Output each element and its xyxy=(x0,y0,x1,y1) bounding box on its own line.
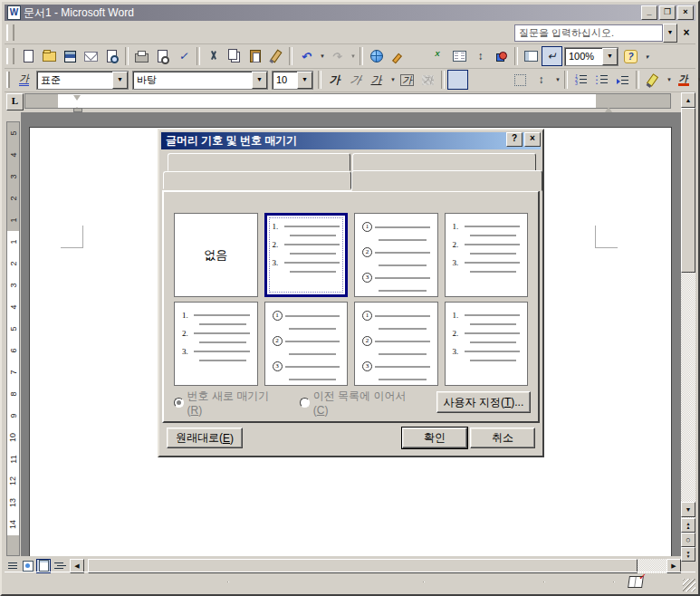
menu-item[interactable] xyxy=(18,30,31,35)
align-left-button[interactable] xyxy=(447,70,468,90)
restore-button[interactable]: ❐ xyxy=(659,5,676,20)
new-document-button[interactable] xyxy=(18,46,39,66)
line-spacing-button[interactable] xyxy=(531,70,551,90)
numbering-button[interactable] xyxy=(571,70,591,90)
tables-and-borders-button[interactable] xyxy=(387,46,408,66)
print-preview-button[interactable] xyxy=(152,46,173,66)
chevron-down-icon[interactable]: ▼ xyxy=(602,48,618,65)
bold-button[interactable]: 가 xyxy=(324,70,345,90)
toolbar-grip[interactable] xyxy=(6,72,10,88)
menu-item[interactable] xyxy=(107,30,120,35)
italic-button[interactable]: 가 xyxy=(345,70,366,90)
dialog-tab[interactable] xyxy=(351,170,542,191)
numbering-style-preview[interactable]: 1. 2. 3. xyxy=(264,213,349,297)
status-item[interactable] xyxy=(28,582,114,582)
dialog-help-button[interactable]: ? xyxy=(506,132,523,147)
tab-alignment-selector[interactable]: L xyxy=(6,93,24,111)
vertical-scrollbar[interactable]: ▲ ▼ ▲ ▲ ○ ▼ ▼ xyxy=(681,92,695,562)
print-button[interactable] xyxy=(131,46,152,66)
numbering-style-preview[interactable]: 1 2 3 xyxy=(354,302,438,386)
menu-item[interactable] xyxy=(43,30,56,35)
vertical-ruler[interactable]: 54321 1234567891011121314 xyxy=(5,112,22,556)
paste-button[interactable] xyxy=(245,46,265,66)
status-item[interactable] xyxy=(328,582,378,582)
toolbar-options-button[interactable]: ▾ xyxy=(641,46,653,66)
ask-close-icon[interactable]: × xyxy=(679,24,694,41)
font-combo[interactable]: 바탕▼ xyxy=(132,71,268,90)
select-browse-object-button[interactable]: ○ xyxy=(681,533,695,547)
save-button[interactable] xyxy=(60,46,81,66)
status-item[interactable] xyxy=(424,582,454,582)
redo-button[interactable] xyxy=(326,46,347,66)
character-border-button[interactable]: 가 xyxy=(397,70,417,90)
status-item[interactable] xyxy=(228,582,328,582)
menu-item[interactable] xyxy=(120,30,132,35)
reset-button[interactable]: 원래대로(E) xyxy=(167,428,243,448)
dialog-close-button[interactable]: × xyxy=(524,132,541,147)
ask-question-dropdown[interactable]: ▼ xyxy=(663,24,677,43)
cancel-button[interactable]: 취소 xyxy=(470,428,535,448)
customize-button[interactable]: 사용자 지정(T)... xyxy=(436,391,531,413)
chevron-down-icon[interactable]: ▼ xyxy=(252,72,267,89)
right-indent-marker[interactable] xyxy=(605,103,612,112)
minimize-button[interactable]: _ xyxy=(641,5,657,20)
copy-button[interactable] xyxy=(224,46,245,66)
character-shading-button[interactable]: 가 xyxy=(417,70,438,90)
align-center-button[interactable] xyxy=(468,70,489,90)
search-button[interactable] xyxy=(101,46,122,66)
toolbar-grip[interactable] xyxy=(6,24,14,41)
status-item[interactable] xyxy=(454,582,484,582)
size-combo[interactable]: 10▼ xyxy=(272,71,313,90)
dialog-tab[interactable] xyxy=(168,153,350,171)
toolbar-grip[interactable] xyxy=(6,48,14,64)
numbering-style-preview[interactable]: 1 2 3 xyxy=(264,302,349,386)
open-button[interactable] xyxy=(39,46,60,66)
numbering-style-preview[interactable]: 1 2 3 xyxy=(354,213,438,297)
font-color-button[interactable]: 가 xyxy=(673,70,694,90)
scroll-up-button[interactable]: ▲ xyxy=(681,92,695,108)
status-item[interactable] xyxy=(513,582,544,582)
insert-hyperlink-button[interactable] xyxy=(366,46,387,66)
styles-button[interactable]: 가 xyxy=(14,70,34,90)
chevron-down-icon[interactable]: ▼ xyxy=(112,72,128,89)
status-item[interactable] xyxy=(177,582,228,582)
undo-button[interactable] xyxy=(295,46,316,66)
ask-question-input[interactable]: 질문을 입력하십시오. xyxy=(514,24,663,42)
resize-grip[interactable] xyxy=(683,579,695,591)
drawing-button[interactable] xyxy=(491,46,512,66)
numbering-style-preview[interactable]: 없음 xyxy=(174,213,258,297)
status-item[interactable] xyxy=(378,582,424,582)
columns-button[interactable] xyxy=(449,46,470,66)
bullets-button[interactable] xyxy=(591,70,612,90)
status-item[interactable] xyxy=(484,582,513,582)
numbering-style-preview[interactable]: 1. 2. 3. xyxy=(445,213,529,297)
dialog-tab[interactable] xyxy=(352,153,536,171)
scroll-down-button[interactable]: ▼ xyxy=(681,502,695,517)
mail-button[interactable] xyxy=(81,46,101,66)
vertical-scroll-thumb[interactable] xyxy=(681,108,695,273)
insert-excel-worksheet-button[interactable] xyxy=(428,46,449,66)
menu-item[interactable] xyxy=(94,30,107,35)
increase-indent-button[interactable] xyxy=(612,70,633,90)
chevron-down-icon[interactable]: ▼ xyxy=(297,72,312,89)
spelling-status-cell[interactable] xyxy=(614,574,659,591)
close-button[interactable]: × xyxy=(677,5,694,20)
asian-layout-button[interactable] xyxy=(470,46,491,66)
next-page-button[interactable]: ▼ ▼ xyxy=(681,547,695,562)
menu-item[interactable] xyxy=(82,30,94,35)
status-item[interactable] xyxy=(114,582,177,582)
menu-item[interactable] xyxy=(56,30,69,35)
show-hide-marks-button[interactable] xyxy=(542,46,562,66)
zoom-combo[interactable]: 100% ▼ xyxy=(564,47,618,66)
numbering-style-preview[interactable]: 1. 2. 3. xyxy=(174,302,258,386)
spelling-grammar-button[interactable] xyxy=(173,46,194,66)
radio-option[interactable]: 이전 목록에 이어서(C) xyxy=(300,389,417,417)
horizontal-ruler[interactable] xyxy=(24,93,671,109)
document-map-button[interactable] xyxy=(521,46,542,66)
highlight-button[interactable] xyxy=(642,70,663,90)
radio-option[interactable]: 번호 새로 매기기(R) xyxy=(174,389,280,417)
cut-button[interactable] xyxy=(203,46,224,66)
status-item[interactable] xyxy=(544,582,614,582)
format-painter-button[interactable] xyxy=(265,46,286,66)
previous-page-button[interactable]: ▲ ▲ xyxy=(681,518,695,533)
